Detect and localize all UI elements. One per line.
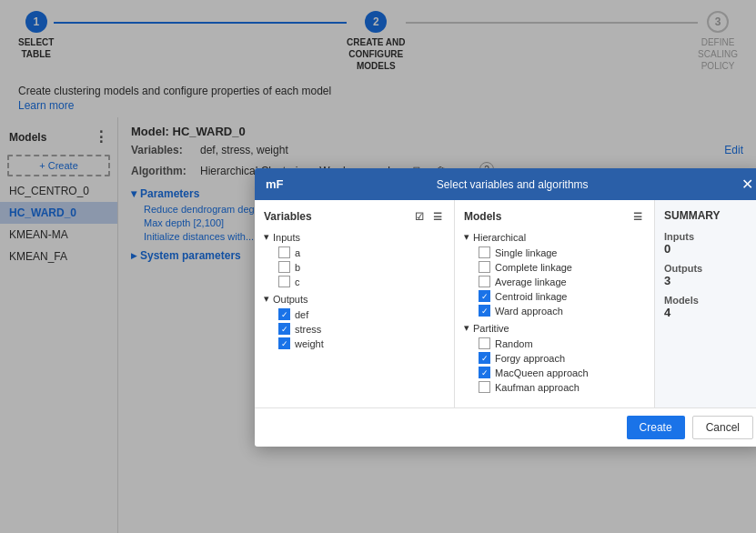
var-a-checkbox[interactable] <box>278 246 290 258</box>
variables-col-title: Variables <box>264 210 312 223</box>
list-icon[interactable]: ☰ <box>430 209 445 224</box>
model-macqueen: ✓ MacQueen approach <box>479 367 645 378</box>
modal-header-title: Select variables and algorithms <box>284 178 742 191</box>
var-def: ✓ def <box>278 308 445 320</box>
models-column: Models ☰ ▾ Hierarchical Single linkage <box>455 200 655 407</box>
partitive-header[interactable]: ▾ Partitive <box>464 322 645 334</box>
modal-body: Variables ☑ ☰ ▾ Inputs a <box>255 200 756 407</box>
model-complete-linkage: Complete linkage <box>479 261 645 273</box>
var-a: a <box>278 246 445 258</box>
ward-approach-checkbox[interactable]: ✓ <box>479 305 490 317</box>
summary-inputs-value: 0 <box>664 242 755 256</box>
variables-col-header: Variables ☑ ☰ <box>264 209 445 224</box>
modal-cancel-button[interactable]: Cancel <box>692 416 753 439</box>
outputs-header[interactable]: ▾ Outputs <box>264 293 445 305</box>
var-weight-checkbox[interactable]: ✓ <box>278 337 290 349</box>
average-linkage-checkbox[interactable] <box>479 276 490 287</box>
inputs-header[interactable]: ▾ Inputs <box>264 231 445 243</box>
var-b-checkbox[interactable] <box>278 261 290 273</box>
summary-outputs-label: Outputs <box>664 263 755 274</box>
modal: mF Select variables and algorithms ✕ Var… <box>255 168 756 447</box>
summary-models: Models 4 <box>664 295 755 319</box>
modal-header-left: mF <box>266 177 284 191</box>
summary-column: SUMMARY Inputs 0 Outputs 3 Models 4 <box>655 200 756 407</box>
models-col-header: Models ☰ <box>464 209 645 224</box>
model-kaufman: Kaufman approach <box>479 381 645 393</box>
modal-footer: Create Cancel <box>255 407 756 447</box>
models-list-icon[interactable]: ☰ <box>630 209 645 224</box>
random-checkbox[interactable] <box>479 337 490 349</box>
partitive-chevron: ▾ <box>464 322 469 334</box>
models-col-icons: ☰ <box>630 209 645 224</box>
modal-overlay: mF Select variables and algorithms ✕ Var… <box>0 0 756 533</box>
summary-models-value: 4 <box>664 306 755 319</box>
inputs-chevron: ▾ <box>264 231 269 243</box>
centroid-linkage-checkbox[interactable]: ✓ <box>479 290 490 302</box>
macqueen-checkbox[interactable]: ✓ <box>479 367 490 378</box>
inputs-section: ▾ Inputs a b c <box>264 231 445 287</box>
var-c-checkbox[interactable] <box>278 276 290 287</box>
modal-create-button[interactable]: Create <box>627 416 685 439</box>
summary-outputs-value: 3 <box>664 274 755 287</box>
summary-inputs-label: Inputs <box>664 231 755 242</box>
var-c: c <box>278 276 445 287</box>
var-def-checkbox[interactable]: ✓ <box>278 308 290 320</box>
kaufman-checkbox[interactable] <box>479 381 490 393</box>
modal-close-button[interactable]: ✕ <box>741 176 753 193</box>
model-average-linkage: Average linkage <box>479 276 645 287</box>
var-weight: ✓ weight <box>278 337 445 349</box>
modal-header: mF Select variables and algorithms ✕ <box>255 168 756 200</box>
forgy-checkbox[interactable]: ✓ <box>479 352 490 364</box>
var-stress: ✓ stress <box>278 323 445 335</box>
model-random: Random <box>479 337 645 349</box>
variables-col-icons: ☑ ☰ <box>412 209 445 224</box>
hierarchical-section: ▾ Hierarchical Single linkage Complete l… <box>464 231 645 317</box>
model-forgy: ✓ Forgy approach <box>479 352 645 364</box>
models-col-title: Models <box>464 210 501 223</box>
outputs-chevron: ▾ <box>264 293 269 305</box>
model-centroid-linkage: ✓ Centroid linkage <box>479 290 645 302</box>
summary-outputs: Outputs 3 <box>664 263 755 287</box>
single-linkage-checkbox[interactable] <box>479 246 490 258</box>
hierarchical-chevron: ▾ <box>464 231 469 243</box>
hierarchical-header[interactable]: ▾ Hierarchical <box>464 231 645 243</box>
summary-inputs: Inputs 0 <box>664 231 755 256</box>
outputs-section: ▾ Outputs ✓ def ✓ stress ✓ weight <box>264 293 445 349</box>
variables-column: Variables ☑ ☰ ▾ Inputs a <box>255 200 455 407</box>
complete-linkage-checkbox[interactable] <box>479 261 490 273</box>
check-all-icon[interactable]: ☑ <box>412 209 427 224</box>
model-single-linkage: Single linkage <box>479 246 645 258</box>
model-ward-approach: ✓ Ward approach <box>479 305 645 317</box>
summary-title: SUMMARY <box>664 209 755 222</box>
var-stress-checkbox[interactable]: ✓ <box>278 323 290 335</box>
var-b: b <box>278 261 445 273</box>
partitive-section: ▾ Partitive Random ✓ Forgy approach ✓ Ma… <box>464 322 645 393</box>
summary-models-label: Models <box>664 295 755 306</box>
